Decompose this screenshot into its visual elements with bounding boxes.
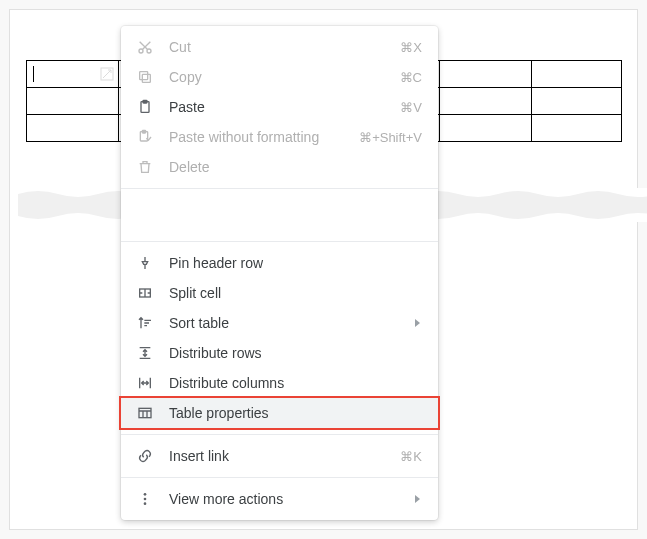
menu-item-paste-without-formatting[interactable]: Paste without formatting ⌘+Shift+V [121, 122, 438, 152]
cell-handle-icon[interactable] [100, 67, 114, 81]
menu-label: Paste without formatting [169, 129, 347, 145]
svg-point-13 [144, 502, 147, 505]
trash-icon [135, 157, 155, 177]
table-cell[interactable] [532, 88, 622, 115]
menu-shortcut: ⌘X [400, 40, 422, 55]
menu-section-gap [121, 189, 438, 242]
menu-section-more: View more actions [121, 478, 438, 520]
table-cell[interactable] [532, 61, 622, 88]
split-icon [135, 283, 155, 303]
menu-label: Pin header row [169, 255, 422, 271]
menu-label: Cut [169, 39, 388, 55]
menu-section-table-ops: Pin header row Split cell Sort table [121, 242, 438, 435]
menu-label: View more actions [169, 491, 402, 507]
menu-item-table-properties[interactable]: Table properties [121, 398, 438, 428]
table-cell[interactable] [532, 115, 622, 142]
menu-item-cut[interactable]: Cut ⌘X [121, 32, 438, 62]
table-cell-active[interactable] [27, 61, 119, 88]
menu-shortcut: ⌘+Shift+V [359, 130, 422, 145]
pin-icon [135, 253, 155, 273]
menu-label: Split cell [169, 285, 422, 301]
svg-rect-8 [142, 130, 145, 133]
cut-icon [135, 37, 155, 57]
menu-item-sort-table[interactable]: Sort table [121, 308, 438, 338]
menu-shortcut: ⌘V [400, 100, 422, 115]
distribute-cols-icon [135, 373, 155, 393]
more-icon [135, 489, 155, 509]
sort-icon [135, 313, 155, 333]
table-cell[interactable] [440, 115, 532, 142]
table-cell[interactable] [27, 115, 119, 142]
svg-point-1 [139, 49, 143, 53]
table-cell[interactable] [440, 61, 532, 88]
menu-shortcut: ⌘K [400, 449, 422, 464]
svg-rect-3 [142, 74, 150, 82]
menu-item-split-cell[interactable]: Split cell [121, 278, 438, 308]
distribute-rows-icon [135, 343, 155, 363]
menu-item-copy[interactable]: Copy ⌘C [121, 62, 438, 92]
menu-label: Distribute rows [169, 345, 422, 361]
menu-item-distribute-columns[interactable]: Distribute columns [121, 368, 438, 398]
menu-shortcut: ⌘C [400, 70, 422, 85]
context-menu[interactable]: Cut ⌘X Copy ⌘C Paste ⌘V [121, 26, 438, 520]
copy-icon [135, 67, 155, 87]
table-cell[interactable] [440, 88, 532, 115]
menu-section-edit: Cut ⌘X Copy ⌘C Paste ⌘V [121, 26, 438, 189]
svg-point-12 [144, 498, 147, 501]
menu-label: Sort table [169, 315, 402, 331]
menu-item-paste[interactable]: Paste ⌘V [121, 92, 438, 122]
menu-item-pin-header-row[interactable]: Pin header row [121, 248, 438, 278]
paste-icon [135, 97, 155, 117]
svg-point-2 [147, 49, 151, 53]
document-page: Cut ⌘X Copy ⌘C Paste ⌘V [9, 9, 638, 530]
menu-section-link: Insert link ⌘K [121, 435, 438, 478]
svg-rect-6 [143, 100, 147, 103]
text-cursor [33, 66, 34, 82]
link-icon [135, 446, 155, 466]
svg-rect-10 [139, 408, 151, 417]
svg-rect-4 [140, 72, 148, 80]
menu-item-view-more-actions[interactable]: View more actions [121, 484, 438, 514]
menu-label: Table properties [169, 405, 422, 421]
menu-label: Delete [169, 159, 422, 175]
submenu-arrow-icon [414, 491, 422, 507]
menu-item-insert-link[interactable]: Insert link ⌘K [121, 441, 438, 471]
menu-label: Distribute columns [169, 375, 422, 391]
table-properties-icon [135, 403, 155, 423]
paste-no-format-icon [135, 127, 155, 147]
submenu-arrow-icon [414, 315, 422, 331]
menu-label: Paste [169, 99, 388, 115]
menu-item-distribute-rows[interactable]: Distribute rows [121, 338, 438, 368]
menu-item-delete[interactable]: Delete [121, 152, 438, 182]
svg-point-11 [144, 493, 147, 496]
table-cell[interactable] [27, 88, 119, 115]
menu-label: Copy [169, 69, 388, 85]
menu-label: Insert link [169, 448, 388, 464]
